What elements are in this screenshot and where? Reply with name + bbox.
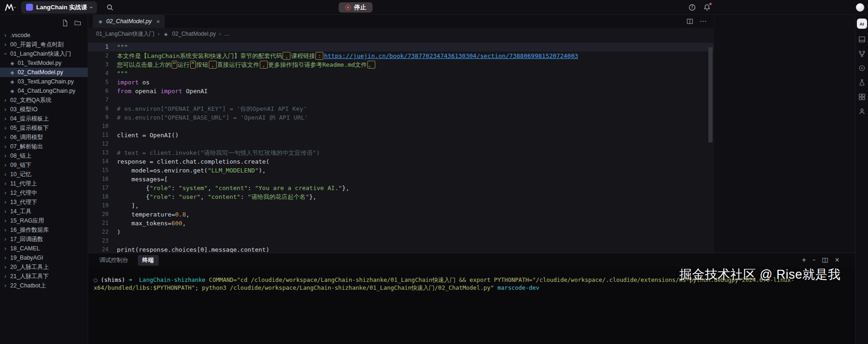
line-number[interactable]: 24 bbox=[88, 245, 109, 253]
code-line[interactable]: 14response = client.chat.completions.cre… bbox=[88, 157, 714, 166]
code-line[interactable]: 2本文件是【LangChain系统安装和快速入门】章节的配套代码，课程链接：ht… bbox=[88, 51, 714, 60]
tree-item-folder[interactable]: ›.vscode bbox=[0, 31, 88, 40]
split-editor-icon[interactable] bbox=[687, 18, 693, 25]
line-number[interactable]: 20 bbox=[88, 210, 109, 219]
more-actions-icon[interactable]: ⋯ bbox=[700, 17, 707, 25]
code-line[interactable]: 13# text = client.invoke("请给我写一句情人节红玫瑰的中… bbox=[88, 148, 714, 157]
code-line[interactable]: 5import os bbox=[88, 78, 714, 87]
tree-item-folder[interactable]: ›20_人脉工具上 bbox=[0, 262, 88, 272]
terminal-output[interactable]: ○ (shims) ➜ LangChain-shizhanke COMMAND=… bbox=[88, 267, 855, 344]
code-line[interactable]: 8# os.environ["OPENAI_API_KEY"] = '你的Ope… bbox=[88, 104, 714, 113]
logo-chevron-icon[interactable]: › bbox=[12, 6, 18, 8]
tree-item-folder[interactable]: ›02_文档QA系统 bbox=[0, 96, 88, 105]
ai-assistant-icon[interactable]: AI bbox=[857, 19, 867, 29]
code-line[interactable]: 15 model=os.environ.get("LLM_MODELEND"), bbox=[88, 166, 714, 175]
code-line[interactable]: 23 bbox=[88, 236, 714, 245]
line-number[interactable]: 5 bbox=[88, 78, 109, 87]
line-number[interactable]: 18 bbox=[88, 192, 109, 201]
editor-scrollbar[interactable] bbox=[708, 47, 713, 142]
line-number[interactable]: 17 bbox=[88, 184, 109, 192]
close-panel-icon[interactable]: × bbox=[835, 256, 839, 264]
stop-button[interactable]: 停止 bbox=[339, 2, 373, 13]
tree-item-folder[interactable]: ›00_开篇词_奇点时刻 bbox=[0, 40, 88, 49]
code-line[interactable]: 20 temperature=0.8, bbox=[88, 210, 714, 219]
help-icon[interactable]: ? bbox=[688, 4, 696, 11]
search-icon[interactable] bbox=[106, 4, 114, 11]
flask-icon[interactable] bbox=[858, 79, 866, 86]
tab-02-chatmodel[interactable]: ◈ 02_ChatModel.py × bbox=[93, 15, 165, 28]
code-line[interactable]: 11client = OpenAI() bbox=[88, 131, 714, 140]
tree-item-folder[interactable]: ›09_链下 bbox=[0, 160, 88, 170]
tab-close-icon[interactable]: × bbox=[156, 18, 160, 25]
new-folder-icon[interactable] bbox=[74, 19, 81, 26]
code-line[interactable]: 18 {"role": "user", "content": "请给我的花店起个… bbox=[88, 192, 714, 201]
terminal-dropdown-icon[interactable]: › bbox=[811, 259, 817, 261]
code-line[interactable]: 4""" bbox=[88, 69, 714, 78]
tree-item-folder[interactable]: ›01_LangChain快速入门 bbox=[0, 49, 88, 58]
line-number[interactable]: 11 bbox=[88, 131, 109, 140]
git-fork-icon[interactable] bbox=[858, 50, 866, 57]
panel-layout-icon[interactable] bbox=[858, 36, 866, 43]
avatar[interactable] bbox=[856, 3, 864, 12]
line-number[interactable]: 22 bbox=[88, 228, 109, 236]
code-line[interactable]: 10 bbox=[88, 122, 714, 131]
breadcrumb-file[interactable]: 02_ChatModel.py bbox=[172, 31, 216, 37]
breadcrumb-symbol[interactable]: … bbox=[224, 31, 230, 37]
tree-item-folder[interactable]: ›12_代理中 bbox=[0, 188, 88, 197]
line-number[interactable]: 3 bbox=[88, 60, 109, 69]
tree-item-file[interactable]: ◈01_TextModel.py bbox=[0, 58, 88, 68]
tree-item-file[interactable]: ◈03_TextLangChain.py bbox=[0, 77, 88, 86]
code-line[interactable]: 12 bbox=[88, 140, 714, 148]
line-number[interactable]: 6 bbox=[88, 87, 109, 96]
line-number[interactable]: 21 bbox=[88, 219, 109, 228]
code-line[interactable]: 3您可以点击最上方的“运行”按钮，直接运行该文件，更多操作指引请参考Readme… bbox=[88, 60, 714, 69]
breadcrumb-folder[interactable]: 01_LangChain快速入门 bbox=[96, 30, 154, 38]
new-file-icon[interactable] bbox=[62, 19, 69, 26]
code-line[interactable]: 17 {"role": "system", "content": "You ar… bbox=[88, 184, 714, 192]
code-line[interactable]: 24print(response.choices[0].message.cont… bbox=[88, 245, 714, 253]
line-number[interactable]: 13 bbox=[88, 148, 109, 157]
tree-item-folder[interactable]: ›14_工具 bbox=[0, 207, 88, 216]
tree-item-folder[interactable]: ›08_链上 bbox=[0, 151, 88, 160]
workspace-switcher[interactable]: LangChain 实战课 › bbox=[21, 1, 97, 13]
tab-terminal[interactable]: 终端 bbox=[138, 255, 159, 266]
tree-item-folder[interactable]: ›22_Chatbot上 bbox=[0, 281, 88, 290]
tree-item-folder[interactable]: ›19_BabyAGI bbox=[0, 253, 88, 262]
tree-item-folder[interactable]: ›06_调用模型 bbox=[0, 133, 88, 142]
tree-item-folder[interactable]: ›04_提示模板上 bbox=[0, 114, 88, 123]
code-line[interactable]: 21 max_tokens=600, bbox=[88, 219, 714, 228]
split-terminal-icon[interactable] bbox=[822, 257, 828, 263]
tree-item-folder[interactable]: ›21_人脉工具下 bbox=[0, 272, 88, 281]
line-number[interactable]: 1 bbox=[88, 43, 109, 51]
code-line[interactable]: 9# os.environ["OPENAI_BASE_URL"] = 'Open… bbox=[88, 113, 714, 122]
tree-item-file[interactable]: ◈02_ChatModel.py bbox=[0, 68, 88, 77]
line-number[interactable]: 15 bbox=[88, 166, 109, 175]
line-number[interactable]: 4 bbox=[88, 69, 109, 78]
code-line[interactable]: 16 messages=[ bbox=[88, 175, 714, 184]
code-line[interactable]: 1""" bbox=[88, 43, 714, 51]
tree-item-folder[interactable]: ›11_代理上 bbox=[0, 179, 88, 188]
code-lines[interactable]: 1"""2本文件是【LangChain系统安装和快速入门】章节的配套代码，课程链… bbox=[88, 40, 714, 253]
line-number[interactable]: 19 bbox=[88, 201, 109, 210]
line-number[interactable]: 7 bbox=[88, 96, 109, 104]
line-number[interactable]: 12 bbox=[88, 140, 109, 148]
tree-item-folder[interactable]: ›18_CAMEL bbox=[0, 244, 88, 253]
tree-item-folder[interactable]: ›05_提示模板下 bbox=[0, 123, 88, 133]
line-number[interactable]: 14 bbox=[88, 157, 109, 166]
tree-item-folder[interactable]: ›10_记忆 bbox=[0, 170, 88, 179]
new-terminal-icon[interactable]: + bbox=[802, 256, 806, 264]
line-number[interactable]: 9 bbox=[88, 113, 109, 122]
code-line[interactable]: 19 ], bbox=[88, 201, 714, 210]
tree-item-folder[interactable]: ›15_RAG应用 bbox=[0, 216, 88, 225]
target-icon[interactable] bbox=[858, 64, 866, 72]
line-number[interactable]: 10 bbox=[88, 122, 109, 131]
notifications-bell-icon[interactable] bbox=[703, 4, 711, 11]
account-icon[interactable] bbox=[858, 108, 866, 115]
tree-item-folder[interactable]: ›07_解析输出 bbox=[0, 142, 88, 151]
code-line[interactable]: 7 bbox=[88, 96, 714, 104]
tree-item-folder[interactable]: ›16_操作数据库 bbox=[0, 225, 88, 235]
line-number[interactable]: 2 bbox=[88, 51, 109, 60]
line-number[interactable]: 16 bbox=[88, 175, 109, 184]
tree-item-file[interactable]: ◈04_ChatLongChain.py bbox=[0, 86, 88, 96]
line-number[interactable]: 23 bbox=[88, 236, 109, 245]
